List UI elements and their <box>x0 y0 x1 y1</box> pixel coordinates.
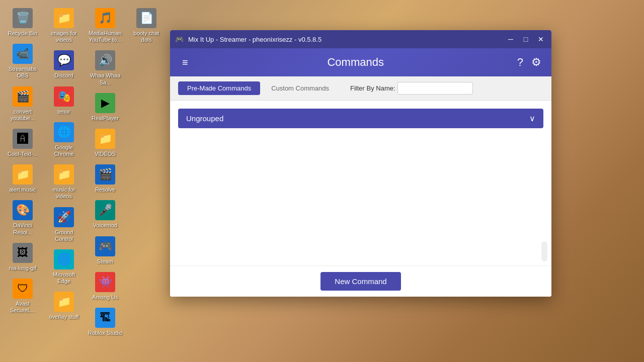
images-icon: 📁 <box>54 8 74 28</box>
group-label: Ungrouped <box>186 114 223 123</box>
filter-label: Filter By Name: <box>350 84 395 92</box>
desktop-icon-recycle-bin[interactable]: 🗑️ Recycle Bin <box>3 5 43 40</box>
desktop-icon-avast[interactable]: 🛡 Avast SecureL... <box>3 276 43 317</box>
mediahuman-icon: 🎵 <box>95 8 115 28</box>
recycle-bin-icon: 🗑️ <box>13 8 33 28</box>
chevron-down-icon: ∨ <box>529 114 535 123</box>
close-button[interactable]: ✕ <box>534 34 547 44</box>
voicemod-icon: 🎤 <box>95 200 115 220</box>
new-command-button[interactable]: New Command <box>320 272 400 291</box>
desktop-icon-booty[interactable]: 📄 booty chat dots <box>126 5 167 46</box>
desktop-icon-mediahuman[interactable]: 🎵 MediaHuman YouTube to... <box>85 5 125 46</box>
ungrouped-group-header[interactable]: Ungrouped ∨ <box>178 109 543 128</box>
desktop-icon-tenor[interactable]: 🎭 tenor <box>44 83 84 118</box>
roblox-icon: 🏗 <box>95 308 115 328</box>
tab-premade-commands[interactable]: Pre-Made Commands <box>178 81 260 95</box>
window-controls: ─ □ ✕ <box>504 34 547 44</box>
steam-icon: 🎮 <box>95 236 115 256</box>
content-area[interactable]: Ungrouped ∨ <box>170 101 551 265</box>
filter-input[interactable] <box>397 82 473 95</box>
realplayer-icon: ▶ <box>95 93 115 113</box>
maximize-button[interactable]: □ <box>519 34 532 44</box>
ground-control-icon: 🚀 <box>54 207 74 227</box>
davinci-icon: 🎨 <box>13 200 33 220</box>
app-window: 🎮 Mix It Up - Streamer - pheonixrisezz -… <box>170 30 551 297</box>
app-footer: New Command <box>170 265 551 297</box>
steam-label: Steam <box>97 258 113 265</box>
nia-label: nia-long-gif <box>9 265 36 272</box>
desktop-icon-roblox[interactable]: 🏗 Roblox Studio <box>85 305 125 339</box>
desktop-icon-overlay[interactable]: 📁 overlay stuff <box>44 289 84 323</box>
desktop-icon-chrome[interactable]: 🌐 Google Chrome <box>44 119 84 160</box>
desktop-icon-streamlabs[interactable]: 📹 Streamlabs OBS <box>3 41 43 82</box>
edge-icon: 🌀 <box>54 249 74 269</box>
music-icon: 📁 <box>54 164 74 185</box>
videos-icon: 📁 <box>95 129 115 149</box>
minimize-button[interactable]: ─ <box>504 34 517 44</box>
desktop-icon-edge[interactable]: 🌀 Microsoft Edge <box>44 246 84 288</box>
voicemod-label: Voicemod <box>93 222 117 229</box>
desktop-icon-discord[interactable]: 💬 Discord <box>44 47 84 82</box>
among-us-icon: 👾 <box>95 272 115 292</box>
discord-label: Discord <box>54 72 73 79</box>
resolve-label: Resolve <box>95 187 115 193</box>
hamburger-menu-button[interactable]: ≡ <box>178 55 192 70</box>
tenor-label: tenor <box>57 109 70 115</box>
cooltext-icon: 🅰 <box>13 129 33 149</box>
whaa-icon: 🔊 <box>95 50 115 70</box>
music-label: music for videos <box>46 187 82 200</box>
desktop-icon-resolve[interactable]: 🎬 Resolve <box>85 161 125 196</box>
desktop-icon-voicemod[interactable]: 🎤 Voicemod <box>85 197 125 232</box>
desktop-icon-ground-control[interactable]: 🚀 Ground Control <box>44 204 84 245</box>
images-label: images for videos <box>46 30 82 43</box>
desktop-icon-convert[interactable]: 🎬 convert youtube... <box>3 83 43 125</box>
resolve-icon: 🎬 <box>95 164 115 185</box>
desktop-icon-steam[interactable]: 🎮 Steam <box>85 233 125 268</box>
desktop-icon-images[interactable]: 📁 images for videos <box>44 5 84 46</box>
desktop-icon-nia[interactable]: 🖼 nia-long-gif <box>3 240 43 275</box>
app-header: ≡ Commands ? ⚙ <box>170 48 551 76</box>
desktop-icon-music[interactable]: 📁 music for videos <box>44 161 84 203</box>
chrome-icon: 🌐 <box>54 122 74 142</box>
videos-label: VIDEOS <box>95 151 116 157</box>
desktop-icon-davinci[interactable]: 🎨 DaVinci Resol... <box>3 197 43 238</box>
scrollbar-hint <box>541 241 547 261</box>
whaa-label: Whaa Whaa Sa... <box>87 72 123 85</box>
alert-music-icon: 📁 <box>13 164 33 185</box>
desktop-icon-among-us[interactable]: 👾 Among Us <box>85 269 125 304</box>
overlay-label: overlay stuff <box>49 314 78 320</box>
tabs-bar: Pre-Made Commands Custom Commands Filter… <box>170 76 551 101</box>
booty-label: booty chat dots <box>128 30 165 43</box>
avast-label: Avast SecureL... <box>5 301 41 314</box>
alert-music-label: alert music <box>9 187 36 193</box>
chrome-label: Google Chrome <box>46 144 82 157</box>
among-us-label: Among Us <box>92 294 118 301</box>
booty-icon: 📄 <box>136 8 156 28</box>
edge-label: Microsoft Edge <box>46 272 82 285</box>
page-title: Commands <box>196 56 515 69</box>
roblox-label: Roblox Studio <box>88 330 123 336</box>
desktop-icon-whaa[interactable]: 🔊 Whaa Whaa Sa... <box>85 47 125 88</box>
cooltext-label: CooI-Text-... <box>8 151 38 157</box>
desktop-icon-alert-music[interactable]: 📁 alert music <box>3 161 43 196</box>
desktop-icon-cooltext[interactable]: 🅰 CooI-Text-... <box>3 126 43 160</box>
window-title: Mix It Up - Streamer - pheonixrisezz - v… <box>188 36 504 43</box>
app-icon: 🎮 <box>174 34 184 44</box>
settings-button[interactable]: ⚙ <box>529 54 543 71</box>
header-actions: ? ⚙ <box>515 54 543 71</box>
tenor-icon: 🎭 <box>54 86 74 107</box>
streamlabs-label: Streamlabs OBS <box>5 66 41 79</box>
mediahuman-label: MediaHuman YouTube to... <box>87 30 123 43</box>
nia-icon: 🖼 <box>13 243 33 263</box>
desktop-icon-realplayer[interactable]: ▶ RealPlayer <box>85 90 125 125</box>
help-button[interactable]: ? <box>515 54 525 71</box>
realplayer-label: RealPlayer <box>92 115 119 122</box>
overlay-icon: 📁 <box>54 292 74 312</box>
tab-custom-commands[interactable]: Custom Commands <box>262 81 338 95</box>
convert-label: convert youtube... <box>5 109 41 122</box>
streamlabs-icon: 📹 <box>13 44 33 64</box>
convert-icon: 🎬 <box>13 86 33 107</box>
recycle-bin-label: Recycle Bin <box>8 30 37 37</box>
ground-control-label: Ground Control <box>46 229 82 242</box>
desktop-icon-videos[interactable]: 📁 VIDEOS <box>85 126 125 160</box>
